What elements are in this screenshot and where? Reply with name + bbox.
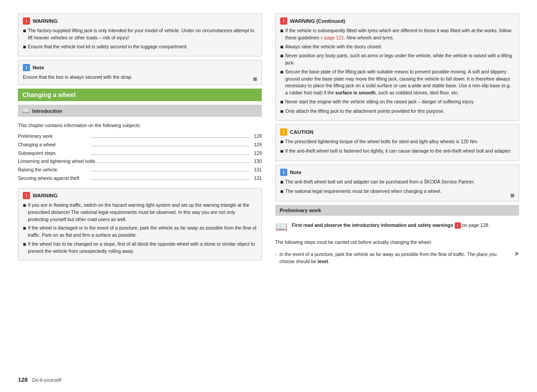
warning-continued-box: ! WARNING (Continued) ■ If the vehicle i… <box>275 13 519 121</box>
toc-page-0: 128 <box>251 132 262 141</box>
toc-dots-2 <box>91 154 249 155</box>
prelim-header: Preliminary work <box>275 205 519 216</box>
wc-text-6: Only attach the lifting jack to the atta… <box>285 108 444 115</box>
toc-intro: This chapter contains information on the… <box>18 122 262 129</box>
book-icon: 📖 <box>22 107 30 114</box>
wc-line-4: ■ Secure the base plate of the lifting j… <box>280 68 514 97</box>
wc-line-3: ■ Never position any body parts, such as… <box>280 52 514 67</box>
wc-text-4: Secure the base plate of the lifting jac… <box>285 68 514 97</box>
warning-text-2-3: If the wheel has to be changed on a slop… <box>28 241 257 255</box>
warning-line-2-1: ■ If you are in flowing traffic, switch … <box>23 202 257 223</box>
prelim-steps-intro: The following steps must be carried out … <box>275 239 519 246</box>
note2-text-1: The anti-theft wheel bolt set and adapte… <box>285 179 475 186</box>
caution-icon: ! <box>280 128 287 136</box>
warning-continued-icon: ! <box>280 17 287 25</box>
wc-line-1: ■ If the vehicle is subsequently fitted … <box>280 27 514 42</box>
page-footer: 128 Do-it-yourself <box>18 375 519 383</box>
warning-header-1: ! WARNING <box>23 17 257 25</box>
prelim-intro-text: First read and observe the introductory … <box>292 222 490 229</box>
right-column: ! WARNING (Continued) ■ If the vehicle i… <box>275 13 519 366</box>
toc-label-4: Raising the vehicle <box>18 166 90 174</box>
bullet-2: ■ <box>23 43 26 51</box>
intro-header: 📖 Introduction <box>18 105 262 117</box>
toc-label-3: Loosening and tightening wheel bolts <box>18 157 95 166</box>
toc-dots-5 <box>91 179 249 180</box>
warning-continued-header: ! WARNING (Continued) <box>280 17 514 25</box>
bullet-c1: ■ <box>280 138 283 146</box>
step-1-text: In the event of a puncture, park the veh… <box>280 251 511 265</box>
note-icon-1: i <box>23 64 30 71</box>
toc-label-0: Preliminary work <box>18 132 90 141</box>
prelim-ref: on page 128. <box>462 222 489 228</box>
note2-line-2: ■ The national legal requirements must b… <box>280 188 509 196</box>
note-box-1: i Note Ensure that the box is always sec… <box>18 60 262 85</box>
note2-line-1: ■ The anti-theft wheel bolt set and adap… <box>280 179 514 186</box>
page: ! WARNING ■ The factory-supplied lifting… <box>0 0 537 392</box>
warning-title-1: WARNING <box>33 18 58 24</box>
warning-text-1-1: The factory-supplied lifting jack is onl… <box>28 27 257 42</box>
note-header-2: i Note <box>280 169 514 176</box>
warning-text-2-2: If the wheel is damaged or in the event … <box>28 225 257 239</box>
bullet-r4: ■ <box>280 68 283 97</box>
toc-label-2: Subsequent steps <box>18 149 90 158</box>
wc-line-5: ■ Never start the engine with the vehicl… <box>280 98 514 106</box>
toc-row-4: Raising the vehicle 131 <box>18 166 262 174</box>
warning-continued-title: WARNING (Continued) <box>290 18 345 24</box>
page-number: 128 <box>18 376 28 383</box>
toc-page-2: 129 <box>251 149 262 158</box>
toc-label-5: Securing wheels against theft <box>18 174 90 183</box>
bullet-c2: ■ <box>280 148 283 155</box>
bullet-3: ■ <box>23 202 26 223</box>
toc-dots-3 <box>97 162 249 163</box>
intro-title: Introduction <box>32 108 62 114</box>
warning-box-1: ! WARNING ■ The factory-supplied lifting… <box>18 13 262 56</box>
wc-text-5: Never start the engine with the vehicle … <box>285 98 474 106</box>
step-more-arrow <box>514 251 519 265</box>
note-text-1: Ensure that the box is always secured wi… <box>23 74 132 81</box>
note-header-1: i Note <box>23 64 257 71</box>
book-large-icon: 📖 <box>275 221 287 233</box>
bullet-r5: ■ <box>280 98 283 106</box>
toc-page-5: 131 <box>251 174 262 183</box>
caution-text-2: If the anti-theft wheel bolt is fastened… <box>285 148 511 155</box>
warning-box-2: ! WARNING ■ If you are in flowing traffi… <box>18 188 262 260</box>
chapter-header: Changing a wheel <box>18 89 262 101</box>
bullet-4: ■ <box>23 225 26 239</box>
bullet-r3: ■ <box>280 52 283 67</box>
caution-line-1: ■ The prescribed tightening torque of th… <box>280 138 514 146</box>
toc-page-4: 131 <box>251 166 262 174</box>
bullet-r1: ■ <box>280 27 283 42</box>
prelim-intro: 📖 First read and observe the introductor… <box>275 219 519 235</box>
bullet-5: ■ <box>23 241 26 255</box>
toc-page-3: 130 <box>251 157 262 166</box>
bullet-1: ■ <box>23 27 26 42</box>
bullet-n2: ■ <box>280 188 283 196</box>
note-title-1: Note <box>33 65 44 70</box>
warning-header-2: ! WARNING <box>23 192 257 199</box>
wc-text-2: Always raise the vehicle with the doors … <box>285 43 382 51</box>
toc-dots-4 <box>91 171 249 171</box>
wc-text-3: Never position any body parts, such as a… <box>285 52 514 67</box>
prelim-info-icon: ! <box>455 222 461 229</box>
toc-row-0: Preliminary work 128 <box>18 132 262 141</box>
left-column: ! WARNING ■ The factory-supplied lifting… <box>18 13 262 366</box>
warning-title-2: WARNING <box>33 193 58 198</box>
wc-line-2: ■ Always raise the vehicle with the door… <box>280 43 514 51</box>
prelim-bold: First read and observe the introductory … <box>292 222 453 228</box>
bullet-n1: ■ <box>280 179 283 186</box>
caution-box: ! CAUTION ■ The prescribed tightening to… <box>275 124 519 161</box>
warning-line-1-2: ■ Ensure that the vehicle tool kit is sa… <box>23 43 257 51</box>
toc-label-1: Changing a wheel <box>18 141 90 149</box>
toc-page-1: 129 <box>251 141 262 149</box>
chapter-title: Changing a wheel <box>22 91 76 98</box>
footer-label: Do-it-yourself <box>32 377 61 383</box>
toc-dots-0 <box>91 137 249 138</box>
toc-row-1: Changing a wheel 129 <box>18 141 262 149</box>
warning-text-1-2: Ensure that the vehicle tool kit is safe… <box>28 43 188 51</box>
warning-line-2-2: ■ If the wheel is damaged or in the even… <box>23 225 257 239</box>
toc-row-3: Loosening and tightening wheel bolts 130 <box>18 157 262 166</box>
toc-section: This chapter contains information on the… <box>18 120 262 184</box>
warning-line-2-3: ■ If the wheel has to be changed on a sl… <box>23 241 257 255</box>
prelim-title: Preliminary work <box>280 208 321 213</box>
caution-line-2: ■ If the anti-theft wheel bolt is fasten… <box>280 148 514 155</box>
